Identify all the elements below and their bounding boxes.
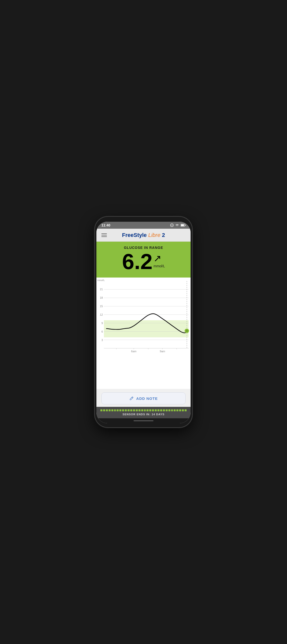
hamburger-menu-button[interactable] <box>100 232 108 238</box>
sensor-dot <box>144 409 146 411</box>
glucose-arrow-unit: ↗ mmol/L <box>154 254 165 268</box>
sensor-dot <box>179 409 181 411</box>
app-logo: FreeStyle Libre 2 <box>108 232 179 238</box>
sensor-dot <box>130 409 132 411</box>
sensor-dot <box>133 409 135 411</box>
home-indicator <box>96 418 190 423</box>
battery-icon <box>180 224 186 227</box>
chart-y-axis-label: mmol/L <box>98 279 105 282</box>
sensor-dot <box>152 409 154 411</box>
sensor-dot <box>171 409 173 411</box>
y-label-6: 6 <box>102 330 103 333</box>
sensor-dot <box>166 409 168 411</box>
current-glucose-dot-inner <box>186 330 188 332</box>
sensor-dot <box>168 409 170 411</box>
pencil-icon <box>129 396 134 400</box>
y-label-18: 18 <box>100 296 103 299</box>
svg-rect-4 <box>181 224 184 226</box>
glucose-value: 6.2 <box>122 250 152 272</box>
sensor-dots-row <box>100 409 186 411</box>
sensor-dot <box>174 409 176 411</box>
y-label-12: 12 <box>100 313 103 316</box>
sensor-dot <box>149 409 151 411</box>
sensor-dot <box>122 409 124 411</box>
sensor-dot <box>114 409 116 411</box>
sensor-dot <box>163 409 165 411</box>
sensor-bar: SENSOR ENDS IN: 14 DAYS <box>96 407 190 418</box>
phone-screen: 11:40 <box>96 222 190 423</box>
app-header: FreeStyle Libre 2 <box>96 229 190 242</box>
glucose-banner: GLUCOSE IN RANGE 6.2 ↗ mmol/L <box>96 242 190 278</box>
x-label-6am: 6am <box>131 350 136 353</box>
sensor-dot <box>182 409 184 411</box>
y-label-21: 21 <box>100 288 103 291</box>
glucose-value-row: 6.2 ↗ mmol/L <box>102 250 186 272</box>
menu-line-2 <box>102 235 107 236</box>
sensor-dot <box>125 409 127 411</box>
sensor-dot <box>100 409 102 411</box>
y-label-3: 3 <box>102 338 103 342</box>
sensor-dot <box>128 409 130 411</box>
add-note-label: ADD NOTE <box>136 396 158 400</box>
svg-line-5 <box>132 397 132 398</box>
sensor-dot <box>146 409 148 411</box>
svg-rect-3 <box>185 225 186 226</box>
glucose-trend-arrow: ↗ <box>154 254 162 263</box>
sensor-dot <box>160 409 162 411</box>
logo-2: 2 <box>160 232 165 238</box>
phone-frame: 11:40 <box>95 217 192 427</box>
sensor-dot <box>111 409 113 411</box>
home-bar <box>134 420 154 421</box>
y-label-9: 9 <box>102 322 103 324</box>
status-bar: 11:40 <box>96 222 190 229</box>
glucose-range-band <box>104 320 188 338</box>
sensor-dot <box>184 409 186 411</box>
phone-notch <box>131 219 156 221</box>
x-label-9am: 9am <box>160 350 165 353</box>
sensor-dot <box>155 409 157 411</box>
status-icons <box>170 224 186 227</box>
y-label-15: 15 <box>100 305 103 308</box>
menu-line-3 <box>102 236 107 237</box>
sensor-dot <box>158 409 160 411</box>
bottom-section: ADD NOTE <box>96 389 190 407</box>
status-time: 11:40 <box>102 223 110 227</box>
wifi-icon <box>175 224 179 227</box>
logo-freestyle: FreeStyle <box>122 232 147 238</box>
do-not-disturb-icon <box>170 224 174 227</box>
sensor-dot <box>119 409 121 411</box>
glucose-chart: 21 18 15 12 9 6 3 6am 9am <box>96 278 190 358</box>
sensor-dot <box>106 409 108 411</box>
add-note-button[interactable]: ADD NOTE <box>102 392 186 404</box>
sensor-dot <box>108 409 110 411</box>
menu-line-1 <box>102 234 107 234</box>
sensor-countdown-text: SENSOR ENDS IN: 14 DAYS <box>100 413 186 416</box>
logo-libre: Libre <box>147 232 160 238</box>
sensor-dot <box>176 409 178 411</box>
sensor-dot <box>141 409 143 411</box>
sensor-dot <box>136 409 138 411</box>
chart-container: mmol/L <box>96 278 190 389</box>
sensor-dot <box>103 409 105 411</box>
glucose-unit: mmol/L <box>154 264 165 268</box>
sensor-dot <box>116 409 118 411</box>
sensor-dot <box>138 409 140 411</box>
